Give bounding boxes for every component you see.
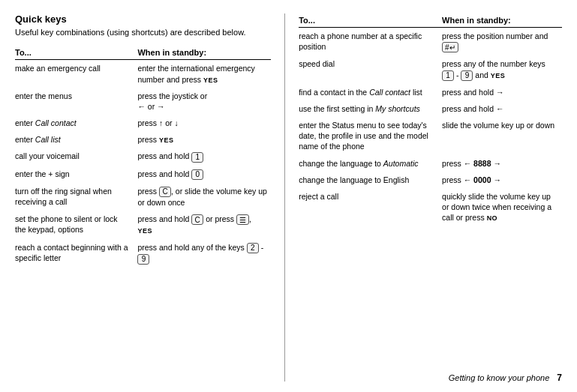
yes-key: YES xyxy=(159,136,174,144)
row-when: slide the volume key up or down xyxy=(436,117,562,155)
row-to: enter the Status menu to see today's dat… xyxy=(299,117,436,155)
table-row: speed dial press any of the number keys … xyxy=(299,55,562,83)
code-8888: 8888 xyxy=(473,159,491,168)
row-when: press and hold → xyxy=(436,84,562,100)
table-row: turn off the ring signal when receiving … xyxy=(15,183,271,211)
kbd-1r: 1 xyxy=(442,70,454,81)
yes-key: YES xyxy=(491,72,506,79)
row-to: make an emergency call xyxy=(15,60,131,88)
footer-text: Getting to know your phone xyxy=(449,373,550,382)
code-0000: 0000 xyxy=(473,175,491,184)
left-table: To... When in standby: make an emergency… xyxy=(15,46,271,268)
row-to: speed dial xyxy=(299,55,436,83)
row-when: press ← 0000 → xyxy=(436,172,562,188)
table-row: enter Call list press YES xyxy=(15,131,271,148)
italic-text: Call contact xyxy=(35,118,77,127)
kbd-0: 0 xyxy=(191,169,203,180)
left-col1-header: To... xyxy=(15,46,131,60)
kbd-2: 2 xyxy=(247,243,259,253)
page-footer: Getting to know your phone 7 xyxy=(449,373,562,383)
italic-text: Call list xyxy=(35,135,61,144)
italic-text: My shortcuts xyxy=(375,104,420,113)
row-to: enter the + sign xyxy=(15,166,131,183)
no-key: NO xyxy=(487,214,498,222)
row-to: enter the menus xyxy=(15,88,131,115)
kbd-c: C xyxy=(159,187,171,197)
row-to: turn off the ring signal when receiving … xyxy=(15,183,131,211)
row-when: press and hold ← xyxy=(436,100,562,117)
yes-key: YES xyxy=(137,227,152,235)
kbd-menu: ☰ xyxy=(236,214,249,225)
row-to: enter Call contact xyxy=(15,115,131,131)
row-to: enter Call list xyxy=(15,131,131,148)
row-to: reach a contact beginning with a specifi… xyxy=(15,239,131,268)
right-table: To... When in standby: reach a phone num… xyxy=(299,13,562,226)
row-when: press any of the number keys 1 - 9 and Y… xyxy=(436,55,562,83)
table-row: enter the menus press the joystick or← o… xyxy=(15,88,271,115)
row-when: press the joystick or← or → xyxy=(131,88,271,115)
kbd-9: 9 xyxy=(137,254,149,265)
row-when: press and hold 0 xyxy=(131,166,271,183)
table-row: make an emergency call enter the interna… xyxy=(15,60,271,88)
row-when: press ↑ or ↓ xyxy=(131,115,271,131)
kbd-9r: 9 xyxy=(461,70,473,81)
left-col2-header: When in standby: xyxy=(131,46,271,60)
row-when: enter the international emergency number… xyxy=(131,60,271,88)
left-column: Quick keys Useful key combinations (usin… xyxy=(15,13,285,382)
table-row: reach a phone number at a specific posit… xyxy=(299,28,562,56)
table-row: use the first setting in My shortcuts pr… xyxy=(299,100,562,117)
row-to: use the first setting in My shortcuts xyxy=(299,100,436,117)
yes-key: YES xyxy=(203,76,218,84)
table-row: enter the Status menu to see today's dat… xyxy=(299,117,562,155)
table-row: reach a contact beginning with a specifi… xyxy=(15,239,271,268)
row-to: reject a call xyxy=(299,188,436,226)
kbd-hash: #↵ xyxy=(442,42,458,52)
row-when: press the position number and #↵ xyxy=(436,28,562,56)
table-row: change the language to English press ← 0… xyxy=(299,172,562,188)
table-row: reject a call quickly slide the volume k… xyxy=(299,188,562,226)
page-number: 7 xyxy=(557,373,562,383)
italic-text: Automatic xyxy=(383,159,419,168)
row-to: set the phone to silent or lock the keyp… xyxy=(15,211,131,238)
italic-text: Call contact xyxy=(369,88,410,97)
table-row: find a contact in the Call contact list … xyxy=(299,84,562,100)
row-when: press C, or slide the volume key up or d… xyxy=(131,183,271,211)
kbd-c2: C xyxy=(191,214,203,225)
row-when: press and hold C or press ☰, YES xyxy=(131,211,271,238)
row-when: press YES xyxy=(131,131,271,148)
row-to: find a contact in the Call contact list xyxy=(299,84,436,100)
row-to: change the language to English xyxy=(299,172,436,188)
section-desc: Useful key combinations (using shortcuts… xyxy=(15,27,271,38)
kbd-1: 1 xyxy=(191,152,203,163)
table-row: set the phone to silent or lock the keyp… xyxy=(15,211,271,238)
row-when: press and hold 1 xyxy=(131,148,271,165)
row-to: call your voicemail xyxy=(15,148,131,165)
row-when: quickly slide the volume key up or down … xyxy=(436,188,562,226)
table-row: enter the + sign press and hold 0 xyxy=(15,166,271,183)
table-row: enter Call contact press ↑ or ↓ xyxy=(15,115,271,131)
row-to: change the language to Automatic xyxy=(299,155,436,172)
row-to: reach a phone number at a specific posit… xyxy=(299,28,436,56)
right-column: To... When in standby: reach a phone num… xyxy=(285,13,562,382)
right-col1-header: To... xyxy=(299,13,436,28)
section-title: Quick keys xyxy=(15,13,271,25)
row-when: press ← 8888 → xyxy=(436,155,562,172)
row-when: press and hold any of the keys 2 - 9 xyxy=(131,239,271,268)
right-col2-header: When in standby: xyxy=(436,13,562,28)
table-row: change the language to Automatic press ←… xyxy=(299,155,562,172)
table-row: call your voicemail press and hold 1 xyxy=(15,148,271,165)
